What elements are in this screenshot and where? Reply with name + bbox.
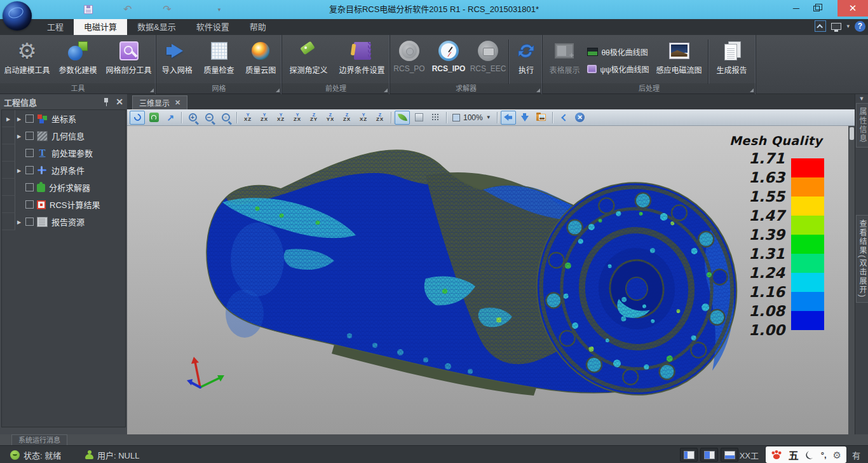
- expand-arrow-icon[interactable]: [15, 167, 23, 174]
- share-view-button[interactable]: [556, 111, 571, 125]
- zoom-level-dropdown[interactable]: 100% ▼: [450, 113, 494, 122]
- previous-view-button[interactable]: [501, 111, 516, 125]
- gear-icon[interactable]: ⚙: [833, 450, 841, 460]
- ime-mode-button[interactable]: 五: [789, 447, 799, 462]
- group-expand-icon[interactable]: [276, 88, 280, 92]
- cancel-view-button[interactable]: ✕: [573, 111, 588, 125]
- tree-item-report-resources[interactable]: 报告资源: [51, 216, 85, 228]
- expand-arrow-icon[interactable]: [15, 115, 23, 122]
- tree-item-analysis-solver[interactable]: 分析求解器: [49, 181, 90, 193]
- tree-item-boundary-conditions[interactable]: 边界条件: [51, 164, 85, 176]
- zoom-in-button[interactable]: +: [185, 111, 200, 125]
- checkbox[interactable]: [25, 114, 34, 123]
- generate-report-button[interactable]: 生成报告: [710, 38, 754, 83]
- table-display-button[interactable]: 表格展示: [544, 38, 585, 83]
- snapshot-button[interactable]: [534, 111, 549, 125]
- chevron-up-icon: [817, 24, 823, 30]
- view-top-button[interactable]: ZZY: [306, 111, 322, 125]
- launch-modeling-tool-button[interactable]: ⚙ 启动建模工具: [2, 38, 53, 83]
- tree-item-rcs-results[interactable]: RCS计算结果: [50, 198, 100, 211]
- menu-tab-data-display[interactable]: 数据&显示: [127, 19, 186, 35]
- checkbox[interactable]: [25, 166, 34, 174]
- checkbox[interactable]: [25, 183, 34, 191]
- view-back-button[interactable]: YZX: [257, 111, 272, 125]
- bottom-tab-row: 系统运行消息: [0, 434, 868, 445]
- view-iso-2-button[interactable]: YXZ: [356, 111, 371, 125]
- execute-button[interactable]: 执行: [510, 38, 542, 83]
- menu-tab-help[interactable]: 帮助: [240, 19, 276, 35]
- help-button[interactable]: ?: [855, 21, 865, 32]
- refresh-view-button[interactable]: [146, 111, 161, 125]
- tab-property-info[interactable]: 属性信息: [856, 103, 868, 148]
- zoom-out-button[interactable]: −: [201, 111, 217, 125]
- checkbox[interactable]: [25, 132, 34, 140]
- collapse-ribbon-button[interactable]: [815, 20, 826, 32]
- 3d-canvas[interactable]: Mesh Quality 1.71 1.63 1.55 1.47 1.39 1.…: [127, 126, 855, 434]
- theta-polarization-curve-button[interactable]: θθ极化曲线图: [585, 45, 651, 59]
- induced-current-map-button[interactable]: 感应电磁流图: [652, 38, 707, 83]
- rcs-eec-button[interactable]: RCS_EEC: [469, 38, 507, 83]
- tab-3d-display[interactable]: 三维显示 ✕: [132, 95, 187, 109]
- view-iso-3-button[interactable]: ZZX: [372, 111, 388, 125]
- expand-arrow-icon[interactable]: [15, 132, 23, 139]
- rotate-view-button[interactable]: [130, 111, 145, 125]
- layout-left-icon: [684, 451, 695, 459]
- view-bottom-button[interactable]: ZYX: [323, 111, 338, 125]
- expand-arrow-icon[interactable]: [4, 115, 12, 122]
- view-left-button[interactable]: YXZ: [273, 111, 288, 125]
- menu-tab-engineering[interactable]: 工程: [37, 19, 74, 35]
- minimize-button[interactable]: ─: [787, 0, 806, 17]
- layout-left-panel-button[interactable]: [680, 448, 698, 462]
- close-button[interactable]: ✕: [837, 0, 868, 17]
- chevron-down-icon[interactable]: ▾: [846, 23, 850, 29]
- chevron-down-icon[interactable]: ▼: [855, 95, 868, 102]
- display-style-button[interactable]: [831, 23, 841, 30]
- panel-close-icon[interactable]: ✕: [116, 97, 123, 107]
- tree-item-preprocess-params[interactable]: 前处理参数: [51, 147, 93, 159]
- expand-arrow-icon[interactable]: [15, 218, 23, 225]
- quality-cloud-button[interactable]: 质量云图: [240, 38, 281, 83]
- user-icon: [85, 450, 93, 460]
- mesh-partition-tool-button[interactable]: 网格剖分工具: [104, 38, 154, 83]
- rcs-ipo-button[interactable]: RCS_IPO: [428, 38, 469, 83]
- quality-check-button[interactable]: 质量检查: [198, 38, 240, 83]
- menu-tab-settings[interactable]: 软件设置: [186, 19, 240, 35]
- menu-tab-em-computation[interactable]: 电磁计算: [74, 19, 127, 35]
- wireframe-render-button[interactable]: [428, 111, 443, 125]
- app-logo[interactable]: [3, 1, 32, 31]
- zoom-window-button[interactable]: ▫: [218, 111, 233, 125]
- tab-close-icon[interactable]: ✕: [175, 99, 180, 107]
- restore-button[interactable]: [807, 0, 826, 17]
- checkbox[interactable]: [25, 218, 34, 226]
- checkbox[interactable]: [25, 200, 34, 209]
- layout-split-button[interactable]: [700, 448, 718, 462]
- pin-icon[interactable]: [103, 97, 109, 106]
- probe-angle-button[interactable]: 探测角定义: [283, 38, 335, 83]
- tab-view-results[interactable]: 查看结果(双击展开): [856, 215, 868, 303]
- boundary-condition-button[interactable]: 边界条件设置: [335, 38, 390, 83]
- group-expand-icon[interactable]: [750, 88, 754, 92]
- view-iso-1-button[interactable]: ZZX: [339, 111, 355, 125]
- baidu-paw-icon[interactable]: [771, 450, 782, 460]
- group-expand-icon[interactable]: [150, 88, 154, 92]
- drop-view-button[interactable]: [517, 111, 532, 125]
- system-message-tab[interactable]: 系统运行消息: [11, 434, 67, 445]
- tree-item-geometry-info[interactable]: 几何信息: [51, 130, 85, 142]
- shaded-render-button[interactable]: [395, 111, 410, 125]
- view-front-button[interactable]: YXZ: [240, 111, 255, 125]
- ime-punct-button[interactable]: °,: [821, 450, 827, 460]
- layout-bottom-panel-button[interactable]: [721, 448, 738, 462]
- group-expand-icon[interactable]: [536, 88, 540, 92]
- checkbox[interactable]: [25, 149, 34, 157]
- viewport-scrollbar[interactable]: [848, 126, 855, 434]
- tree-item-coordinate-system[interactable]: 坐标系: [51, 113, 76, 125]
- view-right-button[interactable]: YZX: [290, 111, 305, 125]
- rcs-po-button[interactable]: RCS_PO: [390, 38, 428, 83]
- pan-zoom-button[interactable]: ↗: [163, 111, 178, 125]
- group-expand-icon[interactable]: [384, 88, 388, 92]
- import-mesh-button[interactable]: 导入网格: [156, 38, 198, 83]
- psi-polarization-curve-button[interactable]: ψψ极化曲线图: [585, 62, 651, 76]
- flat-render-button[interactable]: [411, 111, 426, 125]
- moon-icon[interactable]: [805, 450, 815, 460]
- parametric-modeling-button[interactable]: 参数化建模: [53, 38, 104, 83]
